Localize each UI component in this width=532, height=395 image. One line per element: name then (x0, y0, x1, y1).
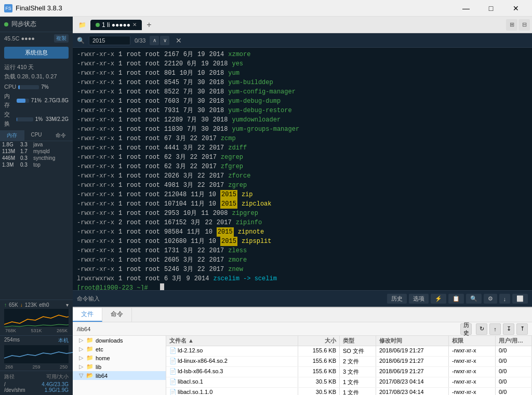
tree-item-lib64[interactable]: ▽ 📂 lib64 (73, 371, 166, 380)
minimize-button[interactable]: — (454, 0, 478, 17)
file-name: zipnote (238, 227, 264, 237)
file-row[interactable]: 📄ld-linux-x86-64.so.2 155.6 KB 2 文件 2018… (166, 357, 532, 367)
swap-label: 交换 (4, 110, 15, 128)
tree-item-home[interactable]: ▷ 📁 home (73, 353, 166, 362)
file-size-cell: 155.6 KB (298, 346, 340, 356)
file-size: 2605 (164, 255, 179, 265)
year-normal: 2017 (209, 171, 224, 181)
file-path-buttons: ↻ ↑ ↧ ⤒ (476, 323, 528, 335)
upload-icon: ↑ (4, 302, 7, 308)
file-day: 22 (190, 134, 197, 143)
close-button[interactable]: ✕ (504, 0, 528, 17)
download-icon: ↓ (20, 302, 23, 308)
tab-commands[interactable]: 命令 (102, 308, 132, 322)
file-row[interactable]: 📄ld-2.12.so 155.6 KB SO 文件 2018/06/19 21… (166, 346, 532, 357)
search-nav: ∧ ∨ (150, 36, 169, 45)
command-input[interactable] (104, 295, 383, 303)
file-links: 1 (118, 143, 122, 153)
tab-files[interactable]: 文件 (73, 308, 102, 322)
refresh-button[interactable]: ↻ (476, 323, 487, 335)
file-name: zfgrep (221, 162, 243, 171)
file-owner: root root (126, 115, 160, 125)
new-tab-button[interactable]: + (143, 19, 155, 31)
col-owner[interactable]: 用户/用户组 (496, 336, 532, 346)
ip-label: 45.5C ●●●● (4, 35, 35, 42)
load-label: 负载 0.28, 0.31, 0.27 (4, 72, 57, 81)
terminal-line: -rwxr-xr-x 1 root root 4441 3月 22 2017 z… (77, 143, 528, 153)
terminal-search-bar: 🔍 0/33 ∧ ∨ ✕ (73, 33, 532, 48)
file-month: 3月 (172, 274, 182, 283)
tab-close-button[interactable]: ✕ (132, 22, 137, 28)
copy-ip-button[interactable]: 複製 (54, 34, 69, 43)
download-file-button[interactable]: ↧ (503, 323, 514, 335)
col-type[interactable]: 类型 (340, 336, 376, 346)
file-row[interactable]: 📄libacl.so.1.1.0 30.5 KB 1 文件 2017/08/23… (166, 388, 532, 395)
terminal-tab[interactable]: 1 li ●●●●● ✕ (90, 20, 142, 30)
file-day: 22 (197, 246, 205, 255)
file-browser: ▷ 📁 downloads ▷ 📁 etc ▷ 📁 home (73, 336, 532, 395)
tab-mem[interactable]: 内存 (0, 130, 24, 141)
prompt: [root@li900-223 ~]# (77, 283, 148, 290)
run-button[interactable]: ⚡ (431, 294, 446, 304)
tree-item-lib[interactable]: ▷ 📁 lib (73, 362, 166, 371)
col-perm[interactable]: 权限 (449, 336, 496, 346)
settings-button[interactable]: ⚙ (484, 294, 497, 304)
proc-name: top (33, 162, 41, 168)
tree-item-downloads[interactable]: ▷ 📁 downloads (73, 336, 166, 345)
col-size[interactable]: 大小 (298, 336, 340, 346)
file-owner: root root (126, 199, 160, 209)
file-name: zipcloak (242, 199, 272, 209)
file-row[interactable]: 📄ld-lsb-x86-64.so.3 155.6 KB 3 文件 2018/0… (166, 367, 532, 377)
file-name: yes (232, 59, 243, 69)
search-button-2[interactable]: 🔍 (466, 294, 482, 304)
upload-file-button[interactable]: ⤒ (516, 323, 528, 335)
maximize-button[interactable]: □ (479, 0, 503, 17)
terminal[interactable]: -rwxr-xr-x 1 root root 2167 6月 19 2014 x… (73, 48, 532, 290)
grid-view-button-2[interactable]: ⊟ (518, 19, 530, 31)
file-size: 6 (164, 274, 168, 283)
up-dir-button[interactable]: ↑ (489, 323, 501, 335)
copy-button[interactable]: 📋 (448, 294, 464, 304)
file-perm-cell: -rwxr-xr-x (449, 367, 496, 377)
history-path-button[interactable]: 历史 (460, 323, 472, 335)
expand-button[interactable]: ⬜ (512, 294, 528, 304)
net-iface: eth0 (39, 302, 49, 308)
file-perm: -rwxr-xr-x (77, 171, 114, 181)
file-month: 7月 (183, 87, 193, 97)
sidebar: 同步状态 45.5C ●●●● 複製 系统信息 运行 410 天 负载 0.28… (0, 17, 73, 395)
file-perm: -rwxr-xr-x (77, 87, 114, 97)
file-month: 6月 (187, 59, 197, 69)
options-button[interactable]: 选项 (409, 294, 429, 304)
col-name[interactable]: 文件名 ▲ (166, 336, 298, 346)
tab-cpu[interactable]: CPU (24, 130, 49, 141)
folder-button[interactable]: 📁 (75, 19, 89, 31)
search-next-button[interactable]: ∨ (160, 36, 169, 45)
year-highlight: 2015 (217, 227, 234, 237)
terminal-line: -rwxr-xr-x 1 root root 62 3月 22 2017 zfg… (77, 162, 528, 171)
folder-icon: 📁 (86, 355, 94, 361)
search-prev-button[interactable]: ∧ (150, 36, 159, 45)
tab-cmd[interactable]: 命令 (48, 130, 73, 141)
terminal-line: -rwxr-xr-x 1 root root 7931 7月 30 2018 y… (77, 106, 528, 115)
file-name: zgrep (228, 181, 247, 190)
file-links: 1 (118, 246, 122, 255)
search-close-button[interactable]: ✕ (176, 36, 182, 45)
file-month: 7月 (183, 78, 193, 87)
file-size: 2167 (164, 50, 179, 59)
col-mtime[interactable]: 修改时间 (376, 336, 449, 346)
sys-info-button[interactable]: 系统信息 (4, 47, 69, 59)
download-button[interactable]: ↓ (499, 294, 511, 304)
file-perm: -rwxr-xr-x (77, 227, 114, 237)
file-size: 5246 (164, 265, 179, 274)
ping-stats: 254ms 本机 268 259 250 (0, 335, 73, 371)
file-size: 8522 (164, 87, 179, 97)
file-links: 1 (118, 274, 122, 283)
net-val-3: 265K (57, 328, 68, 333)
search-input[interactable] (89, 36, 130, 45)
file-row[interactable]: 📄libacl.so.1 30.5 KB 1 文件 2017/08/23 04:… (166, 377, 532, 388)
year-normal: 2018 (213, 59, 228, 69)
grid-view-button[interactable]: ⊞ (506, 19, 517, 31)
file-mtime-cell: 2018/06/19 21:27 (376, 367, 449, 377)
tree-item-etc[interactable]: ▷ 📁 etc (73, 345, 166, 353)
history-button[interactable]: 历史 (387, 294, 407, 304)
